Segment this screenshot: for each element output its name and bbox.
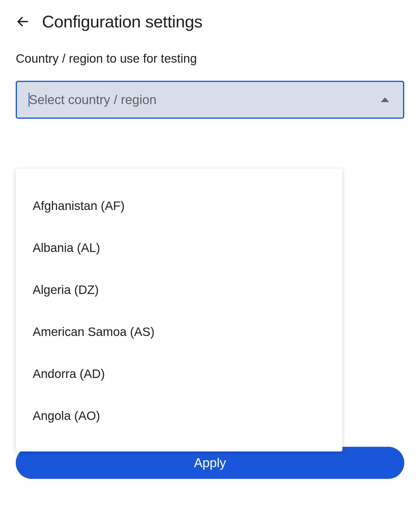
chevron-up-icon	[381, 97, 389, 102]
dropdown-option[interactable]: Albania (AL)	[16, 227, 342, 269]
dropdown-option[interactable]: Andorra (AD)	[16, 353, 342, 395]
country-dropdown-panel: Afghanistan (AF) Albania (AL) Algeria (D…	[16, 169, 342, 451]
dropdown-option[interactable]: Algeria (DZ)	[16, 269, 342, 311]
country-field-label: Country / region to use for testing	[16, 52, 404, 66]
header: Configuration settings	[0, 0, 420, 43]
page-title: Configuration settings	[42, 12, 202, 31]
country-select-container: Select country / region	[16, 81, 404, 119]
content-area: Country / region to use for testing Sele…	[0, 52, 420, 119]
dropdown-option[interactable]: Afghanistan (AF)	[16, 185, 342, 227]
back-arrow-icon[interactable]	[16, 15, 30, 29]
select-placeholder: Select country / region	[29, 92, 381, 107]
dropdown-option[interactable]: American Samoa (AS)	[16, 311, 342, 353]
apply-button[interactable]: Apply	[16, 447, 404, 479]
country-select[interactable]: Select country / region	[16, 81, 404, 119]
dropdown-option[interactable]: Angola (AO)	[16, 395, 342, 437]
country-dropdown-list: Afghanistan (AF) Albania (AL) Algeria (D…	[16, 169, 342, 437]
